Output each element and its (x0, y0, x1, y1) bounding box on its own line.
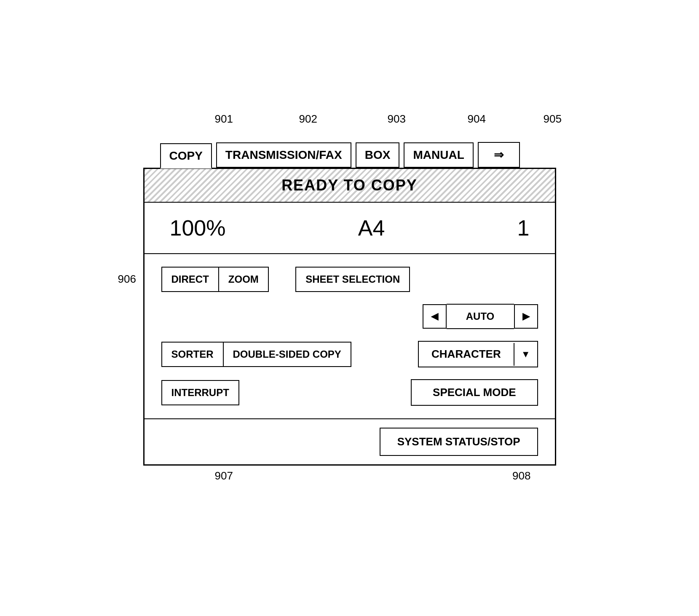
controls-row-1: DIRECT ZOOM SHEET SELECTION (161, 267, 538, 292)
ref-902: 902 (299, 112, 317, 126)
ref-908: 908 (512, 469, 530, 482)
info-row: 100% A4 1 (145, 203, 555, 254)
nav-next-button[interactable]: ▶ (514, 304, 538, 329)
tab-copy[interactable]: COPY (160, 143, 212, 169)
character-label: CHARACTER (419, 342, 514, 367)
nav-auto-label: AUTO (447, 304, 514, 329)
ref-907: 907 (215, 469, 233, 482)
ref-904: 904 (468, 112, 486, 126)
direct-button[interactable]: DIRECT (161, 267, 219, 292)
sheet-selection-button[interactable]: SHEET SELECTION (295, 267, 410, 292)
zoom-value: 100% (170, 215, 226, 241)
character-button[interactable]: CHARACTER ▼ (418, 341, 538, 367)
bottom-bar: SYSTEM STATUS/STOP (145, 418, 555, 464)
character-arrow-icon: ▼ (514, 343, 537, 366)
tab-row: COPY TRANSMISSION/FAX BOX MANUAL ⇒ (160, 142, 556, 168)
sorter-button[interactable]: SORTER (161, 342, 223, 367)
tab-transmission-fax[interactable]: TRANSMISSION/FAX (216, 142, 351, 168)
paper-size: A4 (358, 215, 385, 241)
system-status-button[interactable]: SYSTEM STATUS/STOP (380, 428, 538, 456)
controls-row-4: INTERRUPT SPECIAL MODE (161, 379, 538, 406)
interrupt-group: INTERRUPT (161, 380, 239, 405)
double-sided-button[interactable]: DOUBLE-SIDED COPY (223, 342, 351, 367)
ref-905: 905 (544, 112, 562, 126)
controls-row-2: ◀ AUTO ▶ (161, 304, 538, 329)
ref-906: 906 (118, 273, 136, 286)
status-bar: READY TO COPY (145, 169, 555, 203)
ref-903: 903 (388, 112, 406, 126)
controls-row-3: SORTER DOUBLE-SIDED COPY CHARACTER ▼ (161, 341, 538, 367)
tab-manual[interactable]: MANUAL (404, 142, 473, 168)
sorter-doublesided-group: SORTER DOUBLE-SIDED COPY (161, 342, 351, 367)
zoom-button[interactable]: ZOOM (219, 267, 269, 292)
controls-area: DIRECT ZOOM SHEET SELECTION ◀ AUTO ▶ SOR… (145, 254, 555, 418)
main-panel: READY TO COPY 100% A4 1 DIRECT ZOOM SHEE… (143, 168, 556, 466)
status-text: READY TO COPY (281, 177, 418, 194)
tab-arrow[interactable]: ⇒ (478, 142, 520, 168)
copies-count: 1 (517, 215, 530, 241)
nav-group: ◀ AUTO ▶ (423, 304, 538, 329)
interrupt-button[interactable]: INTERRUPT (161, 380, 239, 405)
nav-prev-button[interactable]: ◀ (423, 304, 447, 329)
special-mode-button[interactable]: SPECIAL MODE (411, 379, 538, 406)
ref-901: 901 (215, 112, 233, 126)
tab-box[interactable]: BOX (356, 142, 400, 168)
